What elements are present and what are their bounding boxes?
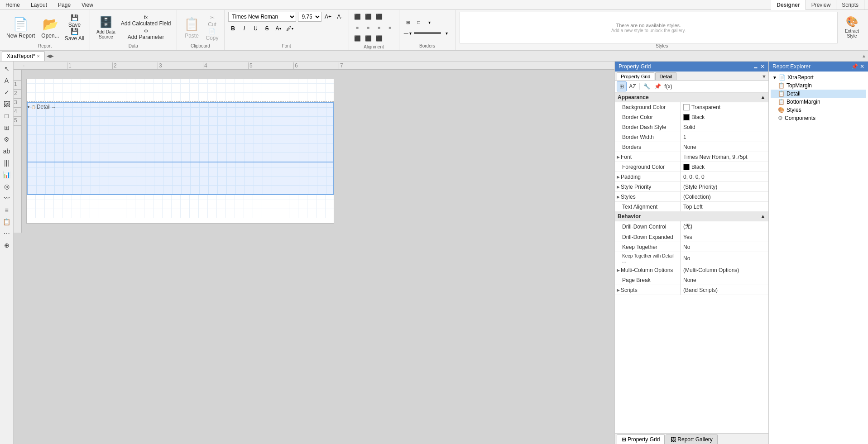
pg-dropdown-button[interactable]: ▼: [762, 74, 767, 79]
band-inner-detail[interactable]: [28, 103, 333, 162]
label-tool-button[interactable]: ab: [1, 146, 12, 157]
align-bottom-right-button[interactable]: ⬛: [374, 33, 384, 43]
menu-view[interactable]: View: [80, 1, 95, 9]
re-pin-button[interactable]: 📌: [851, 63, 858, 70]
pg-row-drill-down-expanded[interactable]: Drill-Down Expanded Yes: [615, 232, 768, 242]
cut-button[interactable]: ✂ Cut: [204, 14, 221, 27]
barcode-tool-button[interactable]: |||: [1, 158, 12, 168]
pg-row-borders[interactable]: Borders None: [615, 142, 768, 152]
chart-tool-button[interactable]: 📊: [1, 169, 12, 180]
pg-row-border-width[interactable]: Border Width 1: [615, 132, 768, 142]
re-item-components[interactable]: ⚙ Components: [771, 114, 866, 122]
menu-home[interactable]: Home: [4, 1, 22, 9]
strikethrough-button[interactable]: S: [262, 24, 272, 33]
re-item-detail[interactable]: 📋 Detail: [771, 90, 866, 98]
menu-layout[interactable]: Layout: [29, 1, 49, 9]
re-item-bottommargin[interactable]: 📋 BottomMargin: [771, 98, 866, 106]
pg-selector-tab-detail[interactable]: Detail: [655, 72, 676, 80]
shape-tool-button[interactable]: □: [1, 110, 12, 121]
bold-button[interactable]: B: [228, 24, 238, 33]
pg-pin-button[interactable]: 📌: [652, 81, 662, 91]
border-style-button[interactable]: — ▾: [403, 28, 413, 38]
pg-scripts-expand-icon[interactable]: ▶: [617, 288, 620, 292]
border-outer-button[interactable]: □: [414, 17, 424, 27]
re-close-button[interactable]: ✕: [860, 63, 864, 70]
border-color-button[interactable]: ▾: [425, 17, 435, 27]
pg-row-padding[interactable]: ▶Padding 0, 0, 0, 0: [615, 172, 768, 182]
tab-scroll-button[interactable]: ◀▶: [47, 53, 54, 58]
border-width-button[interactable]: ▾: [442, 28, 452, 38]
open-button[interactable]: 📂 Open...: [38, 12, 62, 43]
report-tab[interactable]: XtraReport* ×: [2, 51, 45, 61]
pg-row-border-color[interactable]: Border Color Black: [615, 112, 768, 122]
font-size-select[interactable]: 9.75: [298, 12, 321, 22]
tab-preview[interactable]: Preview: [806, 0, 837, 10]
pg-row-scripts[interactable]: ▶Scripts (Band Scripts): [615, 285, 768, 295]
paste-button[interactable]: 📋 Paste: [181, 12, 203, 43]
select-tool-button[interactable]: ↖: [1, 63, 12, 74]
re-item-xtrareport[interactable]: ▼ 📄 XtraReport: [771, 73, 866, 81]
align-left-button[interactable]: ≡: [353, 23, 363, 33]
align-bottom-left-button[interactable]: ⬛: [353, 33, 363, 43]
pg-multi-column-expand-icon[interactable]: ▶: [617, 268, 620, 272]
gauge-tool-button[interactable]: ◎: [1, 181, 12, 192]
pg-row-page-break[interactable]: Page Break None: [615, 275, 768, 285]
highlight-button[interactable]: 🖊▾: [285, 24, 295, 33]
tab-expand-button[interactable]: ▲: [862, 53, 866, 58]
menu-page[interactable]: Page: [56, 1, 72, 9]
pg-row-border-dash-style[interactable]: Border Dash Style Solid: [615, 122, 768, 132]
settings-tool-button[interactable]: ⚙: [1, 134, 12, 145]
tab-scripts[interactable]: Scripts: [836, 0, 864, 10]
pg-row-multi-column[interactable]: ▶Multi-Column Options (Multi-Column Opti…: [615, 265, 768, 275]
spark-tool-button[interactable]: 〰: [1, 193, 12, 204]
pg-row-keep-together[interactable]: Keep Together No: [615, 242, 768, 252]
new-report-button[interactable]: 📄 New Report: [4, 12, 38, 43]
font-size-decrease-button[interactable]: A-: [335, 12, 345, 22]
image-tool-button[interactable]: 🖼: [1, 99, 12, 110]
pg-bottom-tab-gallery[interactable]: 🖼 Report Gallery: [666, 434, 717, 444]
align-bottom-center-button[interactable]: ⬛: [364, 33, 374, 43]
pg-styles-expand-icon[interactable]: ▶: [617, 195, 620, 199]
cross-tool-button[interactable]: ⊕: [1, 240, 12, 251]
pg-minimize-button[interactable]: 🗕: [753, 63, 758, 70]
report-canvas[interactable]: ▼ 📋 Detail ↔: [26, 79, 334, 224]
pg-padding-expand-icon[interactable]: ▶: [617, 175, 620, 179]
border-all-button[interactable]: ⊞: [403, 17, 413, 27]
tab-designer[interactable]: Designer: [771, 0, 806, 10]
pg-content[interactable]: Appearance ▲ Background Color Transparen…: [615, 93, 768, 433]
pg-fx-button[interactable]: f(x): [663, 81, 673, 91]
align-top-center-button[interactable]: ⬛: [364, 12, 374, 22]
pg-style-priority-expand-icon[interactable]: ▶: [617, 185, 620, 189]
align-top-left-button[interactable]: ⬛: [353, 12, 363, 22]
pg-row-drill-down-control[interactable]: Drill-Down Control (无): [615, 221, 768, 232]
italic-button[interactable]: I: [240, 24, 249, 33]
canvas-area[interactable]: · 1 2 3 4 5 6 7 1 2 3 4: [14, 62, 614, 444]
pg-row-styles[interactable]: ▶Styles (Collection): [615, 192, 768, 202]
pg-font-expand-icon[interactable]: ▶: [617, 155, 620, 159]
pg-row-text-alignment[interactable]: Text Alignment Top Left: [615, 202, 768, 212]
pg-bottom-tab-propertygrid[interactable]: ⊞ Property Grid: [617, 434, 665, 444]
add-parameter-button[interactable]: ⚙ Add Parameter: [119, 28, 173, 41]
pg-row-keep-together-detail[interactable]: Keep Together with Detail ... No: [615, 252, 768, 265]
subreport-tool-button[interactable]: 📋: [1, 216, 12, 227]
table-tool-button[interactable]: ⊞: [1, 122, 12, 133]
save-button[interactable]: 💾 Save: [63, 14, 86, 27]
pg-section-behavior[interactable]: Behavior ▲: [615, 212, 768, 221]
add-data-source-button[interactable]: 🗄️ Add Data Source: [94, 12, 118, 43]
font-size-increase-button[interactable]: A+: [323, 12, 333, 22]
text-tool-button[interactable]: A: [1, 75, 12, 86]
pg-row-background-color[interactable]: Background Color Transparent: [615, 102, 768, 112]
pg-categorized-button[interactable]: ⊞: [617, 81, 627, 91]
pg-selector-tab-propgrid[interactable]: Property Grid: [617, 72, 654, 80]
align-right-button[interactable]: ≡: [374, 23, 384, 33]
font-name-select[interactable]: Times New Roman: [228, 12, 296, 22]
save-all-button[interactable]: 💾 Save All: [63, 28, 86, 41]
extract-style-button[interactable]: 🎨 Extract Style: [839, 12, 864, 43]
pg-filter-button[interactable]: 🔧: [642, 81, 652, 91]
re-item-topmargin[interactable]: 📋 TopMargin: [771, 81, 866, 90]
copy-button[interactable]: 📄 Copy: [204, 28, 221, 41]
pg-row-style-priority[interactable]: ▶Style Priority (Style Priority): [615, 182, 768, 192]
underline-button[interactable]: U: [251, 24, 261, 33]
check-tool-button[interactable]: ✓: [1, 87, 12, 98]
tab-close-button[interactable]: ×: [37, 54, 40, 59]
